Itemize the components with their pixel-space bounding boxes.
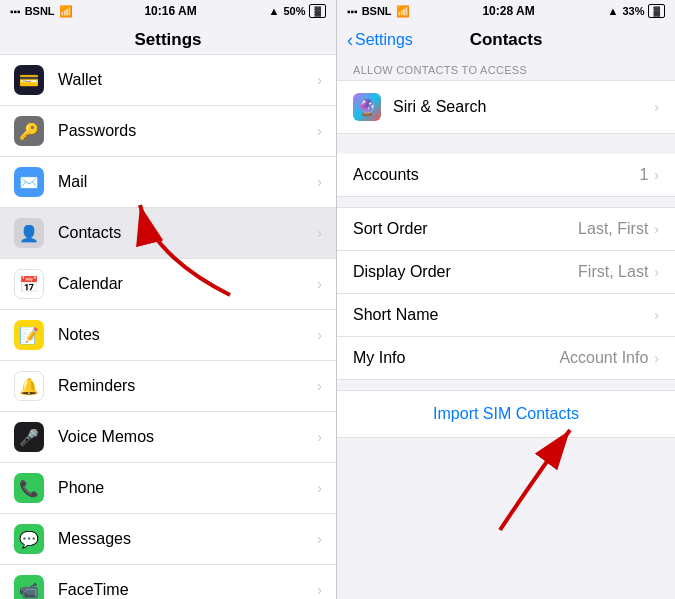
notes-chevron-icon: › [317, 327, 322, 343]
short_name-chevron-icon: › [654, 307, 659, 323]
facetime-label: FaceTime [58, 581, 317, 599]
import-sim-contacts-item[interactable]: Import SIM Contacts [337, 390, 675, 438]
passwords-icon: 🔑 [14, 116, 44, 146]
right-status-right: ▲ 33% ▓ [608, 4, 665, 18]
section-gap-2 [337, 197, 675, 207]
left-panel: ▪▪▪ BSNL 📶 10:16 AM ▲ 50% ▓ Settings 💳Wa… [0, 0, 337, 599]
left-location: ▲ [269, 5, 280, 17]
wallet-icon: 💳 [14, 65, 44, 95]
siri-search-label: Siri & Search [393, 98, 654, 116]
right-nav-bar: ‹ Settings Contacts [337, 22, 675, 54]
phone-label: Phone [58, 479, 317, 497]
wallet-label: Wallet [58, 71, 317, 89]
accounts-value: 1 [639, 166, 648, 184]
siri-chevron-icon: › [654, 99, 659, 115]
left-carrier: BSNL [25, 5, 55, 17]
passwords-label: Passwords [58, 122, 317, 140]
siri-icon: 🔮 [353, 93, 381, 121]
right-signal: ▪▪▪ [347, 6, 358, 17]
left-status-right: ▲ 50% ▓ [269, 4, 326, 18]
back-button[interactable]: ‹ Settings [347, 30, 413, 51]
right-time: 10:28 AM [482, 4, 534, 18]
right-battery-icon: ▓ [648, 4, 665, 18]
import-sim-contacts-label: Import SIM Contacts [433, 405, 579, 423]
my_info-value: Account Info [559, 349, 648, 367]
settings-item-messages[interactable]: 💬Messages› [0, 514, 336, 565]
right-content: ALLOW CONTACTS TO ACCESS🔮Siri & Search›A… [337, 54, 675, 438]
settings-item-phone[interactable]: 📞Phone› [0, 463, 336, 514]
contacts-section-header: ALLOW CONTACTS TO ACCESS [337, 54, 675, 80]
settings-item-reminders[interactable]: 🔔Reminders› [0, 361, 336, 412]
my_info-label: My Info [353, 349, 559, 367]
right-battery-pct: 33% [622, 5, 644, 17]
left-battery-icon: ▓ [309, 4, 326, 18]
reminders-chevron-icon: › [317, 378, 322, 394]
facetime-icon: 📹 [14, 575, 44, 599]
left-status-left: ▪▪▪ BSNL 📶 [10, 5, 73, 18]
display_order-item[interactable]: Display OrderFirst, Last› [337, 251, 675, 294]
mail-chevron-icon: › [317, 174, 322, 190]
right-status-bar: ▪▪▪ BSNL 📶 10:28 AM ▲ 33% ▓ [337, 0, 675, 22]
settings-item-contacts[interactable]: 👤Contacts› [0, 208, 336, 259]
left-time: 10:16 AM [144, 4, 196, 18]
reminders-icon: 🔔 [14, 371, 44, 401]
display_order-value: First, Last [578, 263, 648, 281]
reminders-label: Reminders [58, 377, 317, 395]
contacts-icon: 👤 [14, 218, 44, 248]
wallet-chevron-icon: › [317, 72, 322, 88]
contacts-chevron-icon: › [317, 225, 322, 241]
left-signal: ▪▪▪ [10, 6, 21, 17]
settings-item-calendar[interactable]: 📅Calendar› [0, 259, 336, 310]
passwords-chevron-icon: › [317, 123, 322, 139]
left-nav-title: Settings [0, 22, 336, 54]
settings-item-facetime[interactable]: 📹FaceTime› [0, 565, 336, 599]
contacts-label: Contacts [58, 224, 317, 242]
calendar-chevron-icon: › [317, 276, 322, 292]
accounts-chevron-icon: › [654, 167, 659, 183]
accounts-item[interactable]: Accounts1› [337, 154, 675, 197]
phone-chevron-icon: › [317, 480, 322, 496]
siri-search-item[interactable]: 🔮Siri & Search› [337, 80, 675, 134]
settings-item-voicememos[interactable]: 🎤Voice Memos› [0, 412, 336, 463]
section-gap-1 [337, 144, 675, 154]
calendar-icon: 📅 [14, 269, 44, 299]
left-battery-pct: 50% [283, 5, 305, 17]
short_name-item[interactable]: Short Name› [337, 294, 675, 337]
display_order-chevron-icon: › [654, 264, 659, 280]
left-wifi: 📶 [59, 5, 73, 18]
left-status-bar: ▪▪▪ BSNL 📶 10:16 AM ▲ 50% ▓ [0, 0, 336, 22]
calendar-label: Calendar [58, 275, 317, 293]
my_info-item[interactable]: My InfoAccount Info› [337, 337, 675, 380]
voicememos-icon: 🎤 [14, 422, 44, 452]
mail-label: Mail [58, 173, 317, 191]
sort_order-label: Sort Order [353, 220, 578, 238]
siri-section: 🔮Siri & Search› [337, 80, 675, 134]
chevron-left-icon: ‹ [347, 30, 353, 51]
settings-list: 💳Wallet›🔑Passwords›✉️Mail›👤Contacts›📅Cal… [0, 54, 336, 599]
right-page-title: Contacts [470, 30, 543, 50]
short_name-label: Short Name [353, 306, 648, 324]
notes-icon: 📝 [14, 320, 44, 350]
phone-icon: 📞 [14, 473, 44, 503]
settings-item-notes[interactable]: 📝Notes› [0, 310, 336, 361]
display_order-label: Display Order [353, 263, 578, 281]
messages-icon: 💬 [14, 524, 44, 554]
sort_order-item[interactable]: Sort OrderLast, First› [337, 207, 675, 251]
my_info-chevron-icon: › [654, 350, 659, 366]
right-wifi: 📶 [396, 5, 410, 18]
settings-item-mail[interactable]: ✉️Mail› [0, 157, 336, 208]
messages-chevron-icon: › [317, 531, 322, 547]
settings-item-passwords[interactable]: 🔑Passwords› [0, 106, 336, 157]
back-label: Settings [355, 31, 413, 49]
voicememos-label: Voice Memos [58, 428, 317, 446]
settings-item-wallet[interactable]: 💳Wallet› [0, 54, 336, 106]
right-carrier: BSNL [362, 5, 392, 17]
mail-icon: ✉️ [14, 167, 44, 197]
right-location: ▲ [608, 5, 619, 17]
facetime-chevron-icon: › [317, 582, 322, 598]
sort_order-chevron-icon: › [654, 221, 659, 237]
right-status-left: ▪▪▪ BSNL 📶 [347, 5, 410, 18]
main-contacts-section: Sort OrderLast, First›Display OrderFirst… [337, 207, 675, 380]
messages-label: Messages [58, 530, 317, 548]
notes-label: Notes [58, 326, 317, 344]
